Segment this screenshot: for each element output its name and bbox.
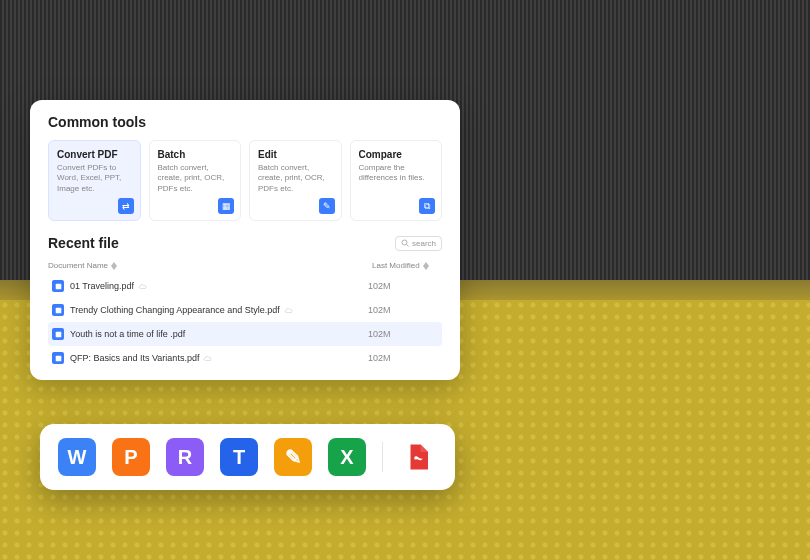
tools-panel: Common tools Convert PDF Convert PDFs to… (30, 100, 460, 380)
app-icon-p[interactable]: P (112, 438, 150, 476)
app-icon-t[interactable]: T (220, 438, 258, 476)
app-icon-x[interactable]: X (328, 438, 366, 476)
tool-desc: Batch convert, create, print, OCR, PDFs … (158, 163, 233, 194)
svg-rect-9 (55, 355, 61, 361)
tool-convert-pdf[interactable]: Convert PDF Convert PDFs to Word, Excel,… (48, 140, 141, 221)
common-tools-heading: Common tools (48, 114, 442, 130)
sort-icon (111, 262, 117, 270)
file-name: 01 Traveling.pdf (70, 281, 368, 291)
convert-icon: ⇄ (118, 198, 134, 214)
file-name: Youth is not a time of life .pdf (70, 329, 368, 339)
tools-row: Convert PDF Convert PDFs to Word, Excel,… (48, 140, 442, 221)
table-row[interactable]: 01 Traveling.pdf102M (48, 274, 442, 298)
table-row[interactable]: Youth is not a time of life .pdf102M (48, 322, 442, 346)
tool-title: Compare (359, 149, 434, 160)
pdf-file-icon (52, 328, 64, 340)
pdf-file-icon (52, 280, 64, 292)
search-icon (401, 239, 409, 247)
tool-title: Batch (158, 149, 233, 160)
tool-title: Convert PDF (57, 149, 132, 160)
app-icon-strip: WPRT✎X (40, 424, 455, 490)
recent-header: Recent file search (48, 235, 442, 251)
edit-icon: ✎ (319, 198, 335, 214)
tool-batch[interactable]: Batch Batch convert, create, print, OCR,… (149, 140, 242, 221)
app-icons: WPRT✎X (58, 438, 366, 476)
tool-title: Edit (258, 149, 333, 160)
tool-desc: Batch convert, create, print, OCR, PDFs … (258, 163, 333, 194)
divider (382, 442, 383, 472)
compare-icon: ⧉ (419, 198, 435, 214)
svg-rect-7 (55, 307, 61, 313)
recent-file-heading: Recent file (48, 235, 119, 251)
pdf-icon (403, 442, 433, 472)
pdf-file-icon (52, 352, 64, 364)
svg-point-0 (402, 240, 407, 245)
search-input[interactable]: search (395, 236, 442, 251)
svg-rect-6 (55, 283, 61, 289)
file-modified: 102M (368, 329, 438, 339)
svg-marker-3 (111, 266, 117, 270)
tool-edit[interactable]: Edit Batch convert, create, print, OCR, … (249, 140, 342, 221)
file-modified: 102M (368, 305, 438, 315)
cloud-icon (284, 305, 294, 315)
file-modified: 102M (368, 281, 438, 291)
sort-icon (423, 262, 429, 270)
cloud-icon (203, 353, 213, 363)
svg-line-1 (406, 245, 408, 247)
file-modified: 102M (368, 353, 438, 363)
tool-desc: Compare the differences in files. (359, 163, 434, 184)
column-document-name[interactable]: Document Name (48, 261, 372, 270)
app-icon-r[interactable]: R (166, 438, 204, 476)
pdf-file-icon (52, 304, 64, 316)
app-icon-✎[interactable]: ✎ (274, 438, 312, 476)
cloud-icon (138, 281, 148, 291)
svg-marker-5 (423, 266, 429, 270)
file-name: Trendy Clothing Changing Appearance and … (70, 305, 368, 315)
table-header: Document Name Last Modified (48, 257, 442, 274)
tool-compare[interactable]: Compare Compare the differences in files… (350, 140, 443, 221)
app-icon-w[interactable]: W (58, 438, 96, 476)
file-name: QFP: Basics and Its Variants.pdf (70, 353, 368, 363)
pdf-app-icon[interactable] (399, 438, 437, 476)
file-rows: 01 Traveling.pdf102MTrendy Clothing Chan… (48, 274, 442, 370)
search-placeholder: search (412, 239, 436, 248)
table-row[interactable]: QFP: Basics and Its Variants.pdf102M (48, 346, 442, 370)
table-row[interactable]: Trendy Clothing Changing Appearance and … (48, 298, 442, 322)
tool-desc: Convert PDFs to Word, Excel, PPT, Image … (57, 163, 132, 194)
column-last-modified[interactable]: Last Modified (372, 261, 442, 270)
batch-icon: ▦ (218, 198, 234, 214)
svg-rect-8 (55, 331, 61, 337)
